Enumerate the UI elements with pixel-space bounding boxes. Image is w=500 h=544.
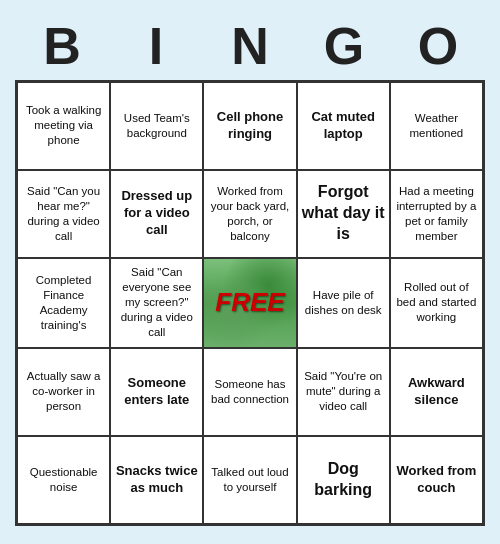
bingo-cell-5: Said "Can you hear me?" during a video c… bbox=[17, 170, 110, 258]
cell-text-2: Cell phone ringing bbox=[208, 109, 291, 143]
cell-text-11: Said "Can everyone see my screen?" durin… bbox=[115, 265, 198, 340]
bingo-cell-24: Worked from couch bbox=[390, 436, 483, 524]
cell-text-14: Rolled out of bed and started working bbox=[395, 280, 478, 325]
bingo-letter-i: I bbox=[112, 18, 200, 75]
bingo-cell-12: FREE bbox=[203, 258, 296, 348]
bingo-cell-16: Someone enters late bbox=[110, 348, 203, 436]
cell-text-15: Actually saw a co-worker in person bbox=[22, 369, 105, 414]
bingo-cell-22: Talked out loud to yourself bbox=[203, 436, 296, 524]
bingo-letter-g: G bbox=[300, 18, 388, 75]
bingo-cell-10: Completed Finance Academy training's bbox=[17, 258, 110, 348]
bingo-cell-7: Worked from your back yard, porch, or ba… bbox=[203, 170, 296, 258]
cell-text-3: Cat muted laptop bbox=[302, 109, 385, 143]
bingo-grid: Took a walking meeting via phoneUsed Tea… bbox=[15, 80, 485, 526]
cell-text-13: Have pile of dishes on desk bbox=[302, 288, 385, 318]
cell-text-4: Weather mentioned bbox=[395, 111, 478, 141]
bingo-cell-21: Snacks twice as much bbox=[110, 436, 203, 524]
cell-text-23: Dog barking bbox=[302, 459, 385, 501]
bingo-cell-19: Awkward silence bbox=[390, 348, 483, 436]
cell-text-21: Snacks twice as much bbox=[115, 463, 198, 497]
bingo-cell-13: Have pile of dishes on desk bbox=[297, 258, 390, 348]
bingo-cell-8: Forgot what day it is bbox=[297, 170, 390, 258]
cell-text-7: Worked from your back yard, porch, or ba… bbox=[208, 184, 291, 244]
cell-text-1: Used Team's background bbox=[115, 111, 198, 141]
cell-text-5: Said "Can you hear me?" during a video c… bbox=[22, 184, 105, 244]
bingo-cell-9: Had a meeting interrupted by a pet or fa… bbox=[390, 170, 483, 258]
bingo-cell-3: Cat muted laptop bbox=[297, 82, 390, 170]
cell-text-24: Worked from couch bbox=[395, 463, 478, 497]
bingo-cell-4: Weather mentioned bbox=[390, 82, 483, 170]
bingo-letter-o: O bbox=[394, 18, 482, 75]
bingo-letter-n: N bbox=[206, 18, 294, 75]
bingo-letter-b: B bbox=[18, 18, 106, 75]
cell-text-16: Someone enters late bbox=[115, 375, 198, 409]
bingo-cell-11: Said "Can everyone see my screen?" durin… bbox=[110, 258, 203, 348]
cell-text-22: Talked out loud to yourself bbox=[208, 465, 291, 495]
bingo-cell-2: Cell phone ringing bbox=[203, 82, 296, 170]
bingo-cell-1: Used Team's background bbox=[110, 82, 203, 170]
bingo-card: BINGO Took a walking meeting via phoneUs… bbox=[5, 8, 495, 535]
bingo-cell-6: Dressed up for a video call bbox=[110, 170, 203, 258]
bingo-cell-0: Took a walking meeting via phone bbox=[17, 82, 110, 170]
cell-text-10: Completed Finance Academy training's bbox=[22, 273, 105, 333]
cell-text-20: Questionable noise bbox=[22, 465, 105, 495]
bingo-cell-15: Actually saw a co-worker in person bbox=[17, 348, 110, 436]
bingo-header: BINGO bbox=[15, 18, 485, 75]
bingo-cell-17: Someone has bad connection bbox=[203, 348, 296, 436]
cell-text-0: Took a walking meeting via phone bbox=[22, 103, 105, 148]
bingo-cell-14: Rolled out of bed and started working bbox=[390, 258, 483, 348]
bingo-cell-20: Questionable noise bbox=[17, 436, 110, 524]
cell-text-18: Said "You're on mute" during a video cal… bbox=[302, 369, 385, 414]
cell-text-17: Someone has bad connection bbox=[208, 377, 291, 407]
cell-text-19: Awkward silence bbox=[395, 375, 478, 409]
bingo-cell-18: Said "You're on mute" during a video cal… bbox=[297, 348, 390, 436]
cell-text-6: Dressed up for a video call bbox=[115, 188, 198, 239]
bingo-cell-23: Dog barking bbox=[297, 436, 390, 524]
cell-text-8: Forgot what day it is bbox=[302, 182, 385, 244]
cell-text-9: Had a meeting interrupted by a pet or fa… bbox=[395, 184, 478, 244]
